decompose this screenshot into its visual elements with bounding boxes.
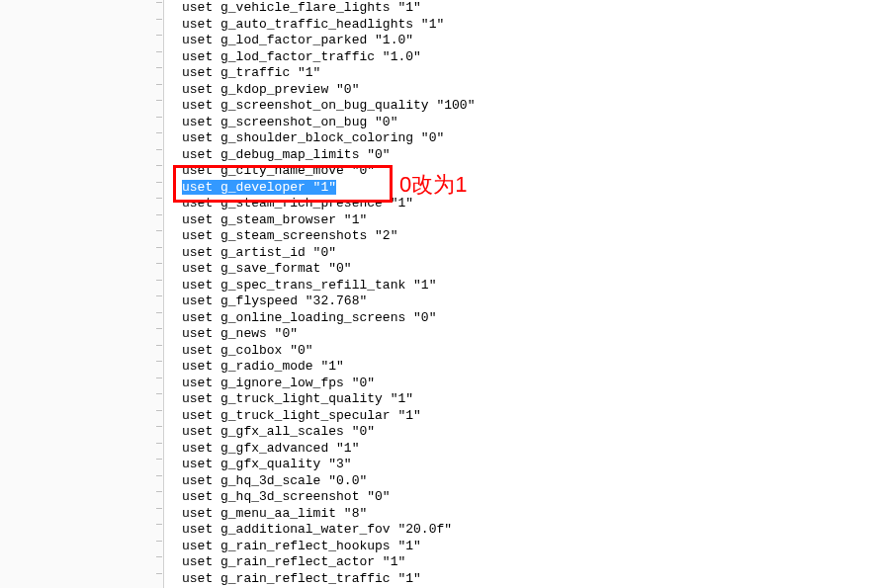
- code-line[interactable]: uset g_kdop_preview "0": [182, 82, 475, 99]
- code-line[interactable]: uset g_hq_3d_screenshot "0": [182, 489, 475, 506]
- code-line[interactable]: uset g_radio_mode "1": [182, 359, 475, 376]
- code-line[interactable]: uset g_online_loading_screens "0": [182, 310, 475, 327]
- code-line[interactable]: uset g_ignore_low_fps "0": [182, 376, 475, 392]
- code-line[interactable]: uset g_gfx_advanced "1": [182, 441, 475, 458]
- code-line[interactable]: uset g_debug_map_limits "0": [182, 147, 475, 164]
- code-text-area[interactable]: uset g_vehicle_flare_lights "1"uset g_au…: [163, 0, 475, 588]
- code-line[interactable]: uset g_shoulder_block_coloring "0": [182, 130, 475, 147]
- code-line[interactable]: uset g_additional_water_fov "20.0f": [182, 522, 475, 539]
- code-line[interactable]: uset g_lod_factor_parked "1.0": [182, 33, 475, 49]
- code-line[interactable]: uset g_steam_screenshots "2": [182, 228, 475, 245]
- code-line[interactable]: uset g_traffic "1": [182, 65, 475, 82]
- editor-gutter: [0, 0, 163, 588]
- code-line[interactable]: uset g_rain_reflect_traffic "1": [182, 571, 475, 588]
- code-line[interactable]: uset g_screenshot_on_bug "0": [182, 115, 475, 131]
- code-line[interactable]: uset g_save_format "0": [182, 261, 475, 278]
- code-line[interactable]: uset g_gfx_all_scales "0": [182, 424, 475, 441]
- code-line[interactable]: uset g_rain_reflect_actor "1": [182, 554, 475, 571]
- code-line[interactable]: uset g_colbox "0": [182, 343, 475, 360]
- code-line[interactable]: uset g_gfx_quality "3": [182, 457, 475, 473]
- code-editor-area[interactable]: uset g_vehicle_flare_lights "1"uset g_au…: [163, 0, 475, 588]
- code-line[interactable]: uset g_spec_trans_refill_tank "1": [182, 278, 475, 294]
- code-line[interactable]: uset g_menu_aa_limit "8": [182, 506, 475, 523]
- selected-code-line[interactable]: uset g_developer "1": [182, 180, 336, 195]
- code-line[interactable]: uset g_rain_reflect_hookups "1": [182, 539, 475, 555]
- code-line[interactable]: uset g_truck_light_specular "1": [182, 408, 475, 425]
- code-line[interactable]: uset g_steam_browser "1": [182, 212, 475, 229]
- code-line[interactable]: uset g_city_name_move "0": [182, 163, 475, 180]
- code-line[interactable]: uset g_steam_rich_presence "1": [182, 196, 475, 212]
- code-line[interactable]: uset g_news "0": [182, 326, 475, 343]
- code-line[interactable]: uset g_developer "1": [182, 180, 475, 197]
- code-line[interactable]: uset g_truck_light_quality "1": [182, 391, 475, 408]
- gutter-fold-marks: [156, 0, 162, 588]
- code-line[interactable]: uset g_screenshot_on_bug_quality "100": [182, 98, 475, 115]
- code-line[interactable]: uset g_auto_traffic_headlights "1": [182, 17, 475, 34]
- code-line[interactable]: uset g_flyspeed "32.768": [182, 294, 475, 310]
- code-line[interactable]: uset g_hq_3d_scale "0.0": [182, 473, 475, 490]
- code-line[interactable]: uset g_vehicle_flare_lights "1": [182, 0, 475, 17]
- code-line[interactable]: uset g_lod_factor_traffic "1.0": [182, 49, 475, 66]
- code-line[interactable]: uset g_artist_id "0": [182, 245, 475, 262]
